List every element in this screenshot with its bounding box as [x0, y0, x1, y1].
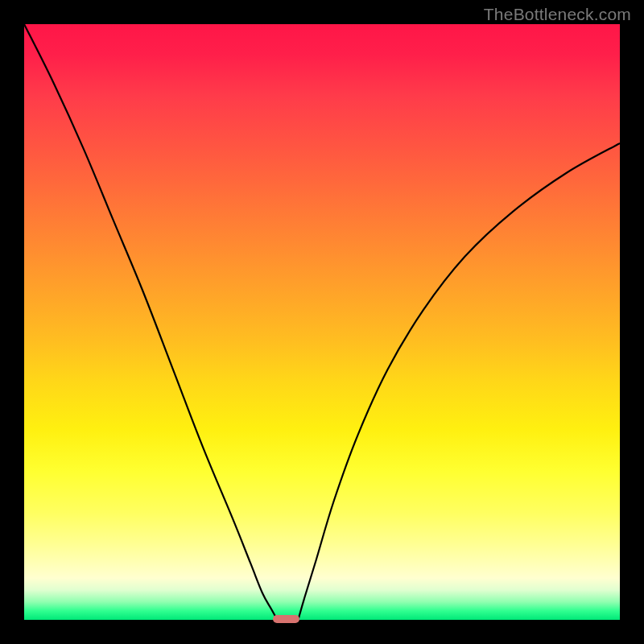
chart-container: TheBottleneck.com: [0, 0, 644, 644]
left-curve: [24, 24, 278, 620]
bottleneck-marker: [273, 615, 299, 623]
curves-svg: [24, 24, 620, 620]
right-curve: [298, 143, 620, 620]
watermark-text: TheBottleneck.com: [484, 5, 631, 24]
